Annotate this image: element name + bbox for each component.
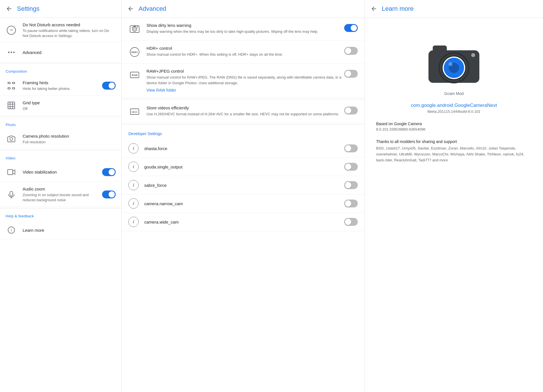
thanks-text: BSG, cstark27, Urnyx05, Savitar, Eszdman… — [376, 146, 532, 163]
learn-more-item[interactable]: i Learn more — [0, 220, 121, 240]
video-label: Video — [0, 151, 121, 163]
do-not-disturb-item[interactable]: − Do Not Disturb access needed To pause … — [0, 18, 121, 43]
framing-icon — [6, 80, 17, 91]
middle-panel: Advanced Show dirty lens warning Display… — [122, 0, 365, 392]
grid-subtitle: Off — [23, 106, 116, 111]
framing-toggle[interactable] — [102, 82, 116, 90]
divider-3 — [0, 150, 121, 150]
framing-hints-item[interactable]: Framing hints Hints for taking better ph… — [0, 76, 121, 96]
divider-4 — [0, 208, 121, 208]
middle-panel-title: Advanced — [139, 5, 166, 12]
raw-toggle[interactable] — [344, 70, 358, 78]
gouda-item[interactable]: i gouda.single_output — [122, 158, 365, 176]
video-stab-toggle[interactable] — [102, 168, 116, 176]
gouda-name: gouda.single_output — [144, 164, 344, 169]
svg-point-39 — [471, 53, 475, 57]
grid-icon — [6, 100, 17, 111]
wide-toggle[interactable] — [344, 218, 358, 226]
svg-rect-4 — [12, 82, 15, 84]
sabre-name: sabre_force — [144, 183, 344, 188]
shasta-force-item[interactable]: i shasta.force — [122, 139, 365, 158]
svg-text:RAW: RAW — [132, 74, 138, 77]
narrow-toggle[interactable] — [344, 200, 358, 207]
svg-point-37 — [449, 62, 453, 66]
shasta-info-icon: i — [128, 143, 139, 153]
middle-back-button[interactable] — [127, 5, 134, 12]
video-stab-item[interactable]: Video stabilization — [0, 163, 121, 182]
dev-settings-label: Developer Settings — [122, 126, 365, 139]
divider-1 — [0, 63, 121, 64]
dirty-lens-desc: Display warning when the lens may be too… — [146, 29, 344, 34]
svg-point-12 — [10, 138, 13, 140]
divider-dev — [122, 124, 365, 125]
right-back-button[interactable] — [370, 5, 377, 12]
right-panel: Learn more — [365, 0, 543, 392]
based-on-title: Based on Google Camera — [376, 122, 422, 126]
hevc-title: Store videos efficiently — [146, 105, 344, 110]
video-icon — [6, 166, 17, 178]
raw-jpeg-item[interactable]: RAW RAW+JPEG control Show manual control… — [122, 64, 365, 98]
raw-title: RAW+JPEG control — [146, 69, 344, 73]
learn-more-title: Learn more — [23, 227, 116, 233]
left-panel: Settings − Do Not Disturb access needed … — [0, 0, 122, 392]
hevc-item[interactable]: HEVC Store videos efficiently Use H.265/… — [122, 100, 365, 123]
framing-title: Framing hints — [23, 80, 102, 86]
grid-title: Grid type — [23, 100, 116, 106]
hdr-toggle[interactable] — [344, 47, 358, 55]
wide-cam-item[interactable]: i camera.wide_cam — [122, 213, 365, 231]
app-id: com.google.android.GoogleCameraNext — [411, 103, 497, 108]
dirty-lens-icon — [128, 23, 141, 35]
camera-res-title: Camera photo resolution — [23, 133, 116, 139]
wide-name: camera.wide_cam — [144, 220, 344, 224]
thanks-title: Thanks to all modders for sharing and su… — [376, 139, 457, 144]
dirty-lens-toggle[interactable] — [344, 24, 358, 32]
advanced-title: Advanced — [23, 49, 116, 55]
svg-text:HEVC: HEVC — [132, 111, 138, 113]
dirty-lens-title: Show dirty lens warning — [146, 23, 344, 28]
raw-folder-link[interactable]: View RAW folder — [146, 88, 344, 92]
gcam-mod-label: Gcam Mod — [444, 91, 464, 96]
middle-header: Advanced — [122, 0, 365, 18]
audio-icon — [6, 189, 17, 200]
left-back-button[interactable] — [6, 5, 12, 12]
sabre-item[interactable]: i sabre_force — [122, 176, 365, 194]
camera-illustration — [426, 38, 482, 86]
shasta-toggle[interactable] — [344, 144, 358, 152]
divider-2 — [0, 117, 121, 117]
hevc-toggle[interactable] — [344, 107, 358, 114]
sabre-toggle[interactable] — [344, 181, 358, 189]
grid-type-item[interactable]: Grid type Off — [0, 96, 121, 116]
svg-rect-6 — [12, 88, 15, 89]
gouda-toggle[interactable] — [344, 163, 358, 171]
camera-resolution-item[interactable]: Camera photo resolution Full resolution — [0, 129, 121, 149]
dnd-subtitle: To pause notifications while taking vide… — [23, 28, 116, 38]
narrow-info-icon: i — [128, 198, 139, 209]
app-version: 6beta.201115.1444build-8.0.101 — [427, 109, 480, 114]
hevc-icon: HEVC — [128, 105, 141, 118]
wide-info-icon: i — [128, 217, 139, 227]
hdr-desc: Show manual control for HDR+. When this … — [146, 52, 344, 57]
photo-label: Photo — [0, 118, 121, 129]
svg-point-21 — [133, 28, 136, 30]
shasta-name: shasta.force — [144, 146, 344, 151]
dots-icon — [6, 47, 17, 58]
audio-zoom-title: Audio zoom — [23, 186, 102, 192]
svg-point-1 — [11, 52, 12, 53]
audio-zoom-toggle[interactable] — [102, 190, 116, 198]
narrow-cam-item[interactable]: i camera.narrow_cam — [122, 194, 365, 213]
svg-text:HDR+: HDR+ — [131, 51, 138, 54]
gouda-info-icon: i — [128, 162, 139, 172]
svg-rect-3 — [8, 82, 10, 84]
dirty-lens-item[interactable]: Show dirty lens warning Display warning … — [122, 18, 365, 41]
video-stab-title: Video stabilization — [23, 169, 102, 175]
svg-point-2 — [13, 52, 15, 53]
svg-point-0 — [8, 52, 10, 53]
dnd-title: Do Not Disturb access needed — [23, 22, 116, 28]
camera-res-subtitle: Full resolution — [23, 140, 116, 145]
based-on-value: 8.0.101.339539880-63654096 — [376, 127, 425, 131]
audio-zoom-item[interactable]: Audio zoom Zooming in on subject boosts … — [0, 182, 121, 207]
left-header: Settings — [0, 0, 121, 18]
advanced-item[interactable]: Advanced — [0, 43, 121, 62]
hdr-item[interactable]: HDR+ HDR+ control Show manual control fo… — [122, 41, 365, 64]
raw-icon: RAW — [128, 69, 141, 81]
